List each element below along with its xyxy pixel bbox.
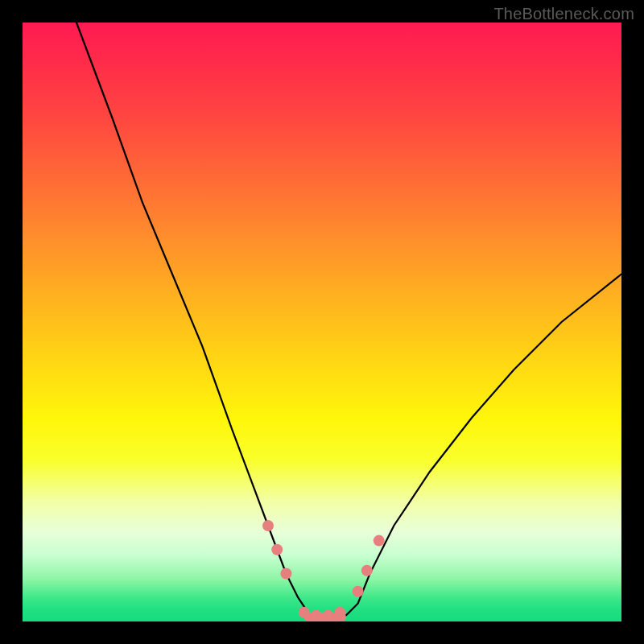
curve-svg — [23, 23, 621, 621]
marker-left-cluster-top — [262, 520, 274, 531]
marker-trough-2 — [311, 610, 322, 621]
watermark-text: TheBottleneck.com — [493, 5, 634, 23]
bottleneck-curve — [76, 23, 621, 618]
marker-left-cluster-low — [280, 568, 291, 580]
marker-trough-4 — [334, 607, 345, 618]
marker-right-cluster-mid — [361, 565, 373, 576]
marker-trough-1 — [299, 607, 310, 618]
marker-right-cluster-low — [353, 586, 364, 597]
marker-right-cluster-top — [374, 535, 385, 547]
marker-left-cluster-mid — [271, 544, 283, 555]
marker-group — [262, 520, 385, 621]
chart-frame: TheBottleneck.com — [0, 0, 644, 644]
plot-area — [23, 23, 621, 621]
marker-trough-3 — [322, 610, 333, 621]
